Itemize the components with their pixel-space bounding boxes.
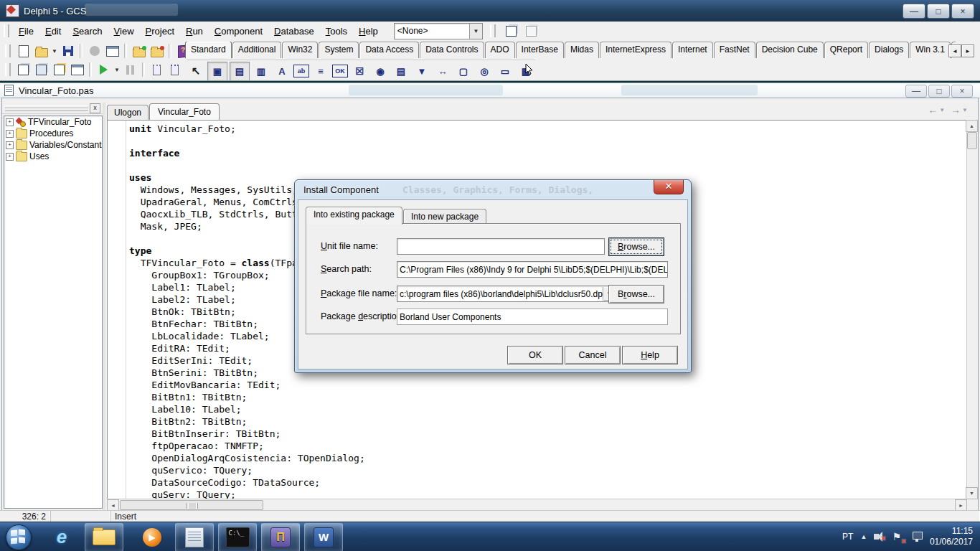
tree-expand-icon[interactable]: + [6,153,14,161]
tree-item-uses[interactable]: +Uses [4,151,102,162]
main-window-titlebar[interactable]: Delphi 5 - GCS — □ × [0,0,980,22]
combobox-component-icon[interactable]: ▼ [413,62,431,80]
explorer-header[interactable]: x [2,103,103,114]
browse-package-button[interactable]: Browse... [608,285,664,303]
open-dropdown[interactable]: ▼ [50,42,59,60]
dialog-titlebar[interactable]: Install Component Classes, Graphics, For… [295,180,691,199]
palette-tab-additional[interactable]: Additional [232,42,282,58]
trace-into-button[interactable] [148,61,166,78]
close-button[interactable]: × [951,4,974,19]
palette-tab-internetexpress[interactable]: InternetExpress [600,42,672,58]
tree-expand-icon[interactable]: + [6,141,14,149]
taskbar-explorer-button[interactable] [85,523,123,551]
editor-maximize-button[interactable]: □ [928,85,950,98]
menu-item-project[interactable]: Project [140,24,180,39]
editor-titlebar[interactable]: Vincular_Foto.pas — □ × [0,83,980,98]
tree-expand-icon[interactable]: + [6,130,14,138]
palette-tab-dialogs[interactable]: Dialogs [869,42,909,58]
label-component-icon[interactable]: A [273,62,291,80]
network-icon[interactable] [913,534,923,540]
hidden-icons-icon[interactable]: ▲ [860,533,867,540]
panel-component-icon[interactable]: ▭ [496,62,514,80]
scroll-up-icon[interactable]: ▲ [966,120,978,132]
horizontal-scrollbar[interactable]: ◄ ► [107,499,967,510]
mainmenu-component-icon[interactable]: ▤ [230,62,250,81]
tree-item-tfvincular-foto[interactable]: +TFVincular_Foto [4,116,102,128]
tree-item-variables-constants[interactable]: +Variables/Constants [4,139,102,151]
navigate-back-icon[interactable]: ← [928,104,938,116]
editor-tab-vincular_foto[interactable]: Vincular_Foto [149,103,220,120]
toggle-form-unit-button[interactable] [50,61,68,78]
palette-tab-internet[interactable]: Internet [672,42,713,58]
palette-tab-data-access[interactable]: Data Access [359,42,419,58]
minimize-button[interactable]: — [903,4,925,19]
tab-into-new-package[interactable]: Into new package [403,209,486,225]
menu-item-file[interactable]: File [13,24,39,39]
package-file-name-combo[interactable]: c:\program files (x86)\borland\delphi5\L… [397,286,617,302]
editor-tab-ulogon[interactable]: Ulogon [107,105,149,120]
tree-item-procedures[interactable]: +Procedures [4,128,102,139]
ok-button[interactable]: OK [507,346,563,364]
run-button[interactable] [95,61,113,78]
volume-muted-icon[interactable]: × [874,534,880,540]
editor-close-button[interactable]: × [951,85,973,98]
hscroll-thumb[interactable] [120,500,263,510]
pause-button-disabled[interactable] [121,61,139,78]
start-button[interactable] [3,524,34,551]
menu-item-run[interactable]: Run [180,24,209,39]
add-desktop-button[interactable] [504,23,519,39]
taskbar-ie-button[interactable]: e [43,524,80,551]
menu-item-help[interactable]: Help [353,24,384,39]
taskbar-word-button[interactable]: W [304,523,343,551]
maximize-button[interactable]: □ [927,4,950,19]
menu-item-view[interactable]: View [108,24,140,39]
taskbar-wmp-button[interactable]: ▶ [133,524,171,551]
browse-unit-button[interactable]: Browse... [608,237,664,256]
vscroll-thumb[interactable] [967,132,977,149]
step-over-button[interactable] [166,61,184,78]
cancel-button[interactable]: Cancel [565,346,621,364]
radiobutton-component-icon[interactable]: ◉ [371,62,390,80]
toolbar-gripper[interactable] [5,44,11,57]
navigate-forward-icon[interactable]: → [951,104,961,116]
palette-tab-midas[interactable]: Midas [565,42,599,58]
palette-tab-standard[interactable]: Standard [185,42,232,58]
forward-dropdown-icon[interactable]: ▼ [962,107,968,113]
menu-item-database[interactable]: Database [268,24,320,39]
palette-tab-win32[interactable]: Win32 [282,42,318,58]
editor-minimize-button[interactable]: — [905,85,927,98]
open-button[interactable] [32,42,50,60]
remove-from-project-button[interactable] [148,42,166,60]
save-button[interactable] [59,42,77,60]
toolbar-gripper[interactable] [5,63,11,76]
palette-tab-data-controls[interactable]: Data Controls [420,42,484,58]
menu-item-search[interactable]: Search [67,24,108,39]
explorer-close-icon[interactable]: x [90,103,100,113]
run-dropdown[interactable]: ▼ [113,61,121,78]
view-form-button[interactable] [32,61,50,78]
palette-tab-ado[interactable]: ADO [485,42,515,58]
groupbox-component-icon[interactable]: ▢ [454,62,473,80]
menu-item-tools[interactable]: Tools [320,24,353,39]
frames-component-icon[interactable]: ▣ [207,62,227,81]
add-to-project-button[interactable] [130,42,148,60]
palette-scroll-right-icon[interactable]: ► [961,44,974,57]
scroll-down-icon[interactable]: ▼ [966,487,978,499]
view-unit-button[interactable] [14,61,32,78]
palette-scroll-left-icon[interactable]: ◄ [948,44,961,57]
popupmenu-component-icon[interactable]: ▥ [252,62,270,80]
scrollbar-component-icon[interactable]: ↔ [433,62,452,80]
package-description-input[interactable]: Borland User Components [397,309,668,325]
taskbar-notepad-button[interactable] [175,523,214,551]
taskbar-delphi-button[interactable]: Π [261,523,300,551]
listbox-component-icon[interactable]: ▤ [392,62,410,80]
pointer-tool-icon[interactable]: ↖ [187,62,205,80]
dialog-close-icon[interactable]: ✕ [654,180,684,194]
search-path-input[interactable]: C:\Program Files (x86)\Indy 9 for Delphi… [397,261,668,278]
taskbar-clock[interactable]: 11:15 01/06/2017 [930,526,973,547]
menu-item-edit[interactable]: Edit [39,24,67,39]
new-button[interactable] [14,42,32,60]
save-desktop-button[interactable] [524,23,540,39]
palette-tab-qreport[interactable]: QReport [824,42,868,58]
action-center-flag-icon[interactable]: ⚑× [892,531,901,542]
